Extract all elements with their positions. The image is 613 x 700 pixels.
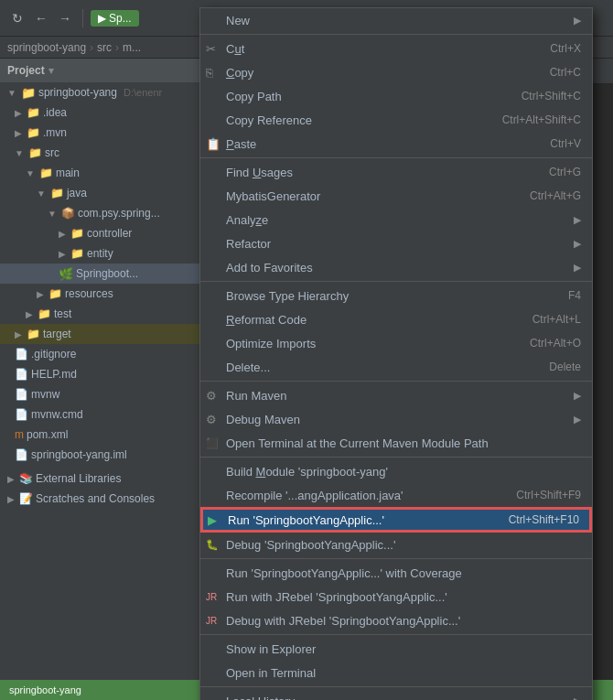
tree-iml[interactable]: 📄 springboot-yang.iml — [0, 445, 201, 465]
refactor-arrow-icon: ▶ — [574, 238, 581, 250]
menu-item-delete[interactable]: Delete... Delete — [200, 355, 592, 379]
tree-springboot-file[interactable]: 🌿 Springboot... — [0, 264, 201, 284]
debug-maven-arrow-icon: ▶ — [574, 414, 581, 425]
history-arrow-icon: ▶ — [574, 695, 581, 701]
menu-item-new[interactable]: New ▶ — [200, 8, 592, 32]
tree-external-libs[interactable]: ▶ 📚 External Libraries — [0, 468, 201, 489]
gitignore-icon: 📄 — [15, 348, 28, 361]
back-icon[interactable]: ← — [31, 8, 51, 28]
menu-sep-5 — [200, 457, 592, 458]
tree-src[interactable]: ▼ 📁 src — [0, 143, 201, 163]
tree-target[interactable]: ▶ 📁 target — [0, 324, 201, 344]
bc-sep1: › — [90, 41, 93, 54]
mybatis-shortcut: Ctrl+Alt+G — [530, 189, 581, 202]
menu-item-refactor[interactable]: Refactor ▶ — [200, 232, 592, 255]
mvn-arrow: ▶ — [15, 128, 22, 138]
menu-new-label: New — [226, 14, 570, 27]
menu-debug-jrebel-label: Debug with JRebel 'SpringbootYangApplic.… — [226, 614, 581, 628]
tree-gitignore[interactable]: 📄 .gitignore — [0, 344, 201, 364]
menu-item-copy-path[interactable]: Copy Path Ctrl+Shift+C — [200, 84, 592, 108]
tree-scratches[interactable]: ▶ 📝 Scratches and Consoles — [0, 489, 201, 509]
cut-shortcut: Ctrl+X — [550, 42, 581, 55]
menu-item-paste[interactable]: 📋 Paste Ctrl+V — [200, 132, 592, 156]
debug-app-icon: 🐛 — [206, 539, 219, 551]
menu-item-copy-ref[interactable]: Copy Reference Ctrl+Alt+Shift+C — [200, 108, 592, 132]
menu-item-recompile[interactable]: Recompile '...angApplication.java' Ctrl+… — [200, 483, 592, 507]
menu-item-build-module[interactable]: Build Module 'springboot-yang' — [200, 459, 592, 483]
helpmd-icon: 📄 — [15, 368, 28, 381]
mvnw-icon: 📄 — [15, 388, 28, 401]
project-dropdown-icon[interactable]: ▾ — [48, 65, 54, 77]
tree-mvnwcmd[interactable]: 📄 mvnw.cmd — [0, 404, 201, 425]
menu-item-find-usages[interactable]: Find Usages Ctrl+G — [200, 160, 592, 184]
pomxml-label: pom.xml — [27, 428, 68, 441]
menu-item-local-history[interactable]: Local History ▶ — [200, 689, 592, 700]
iml-label: springboot-yang.iml — [31, 448, 127, 461]
menu-item-reformat[interactable]: Reformat Code Ctrl+Alt+L — [200, 307, 592, 331]
scratch-label: Scratches and Consoles — [36, 492, 155, 505]
res-arrow: ▶ — [37, 289, 44, 299]
root-folder-icon: 📁 — [21, 86, 36, 100]
tree-helpmd[interactable]: 📄 HELP.md — [0, 364, 201, 384]
main-arrow: ▼ — [26, 168, 35, 178]
tree-root[interactable]: ▼ 📁 springboot-yang D:\enenr — [0, 82, 201, 102]
menu-item-mybatis[interactable]: MybatisGenerator Ctrl+Alt+G — [200, 184, 592, 208]
tree-idea[interactable]: ▶ 📁 .idea — [0, 102, 201, 123]
bc-project[interactable]: springboot-yang — [7, 41, 86, 54]
find-shortcut: Ctrl+G — [549, 166, 581, 178]
bc-main[interactable]: m... — [123, 41, 141, 54]
menu-item-debug-app[interactable]: 🐛 Debug 'SpringbootYangApplic...' — [200, 533, 592, 556]
copy-shortcut: Ctrl+C — [550, 66, 581, 79]
forward-icon[interactable]: → — [55, 8, 75, 28]
menu-item-add-favs[interactable]: Add to Favorites ▶ — [200, 255, 592, 279]
tree-pomxml[interactable]: m pom.xml — [0, 425, 201, 445]
ctrl-label: controller — [87, 227, 132, 240]
menu-item-copy[interactable]: ⎘ Copy Ctrl+C — [200, 60, 592, 84]
menu-sep-3 — [200, 281, 592, 282]
mvnwcmd-icon: 📄 — [15, 408, 28, 421]
menu-item-debug-jrebel[interactable]: JR Debug with JRebel 'SpringbootYangAppl… — [200, 608, 592, 632]
cut-icon: ✂ — [206, 42, 216, 56]
menu-item-debug-maven[interactable]: ⚙ Debug Maven ▶ — [200, 407, 592, 431]
menu-item-open-terminal2[interactable]: Open in Terminal — [200, 661, 592, 684]
spring-file-icon: 🌿 — [59, 267, 73, 281]
pomxml-icon: m — [15, 428, 24, 441]
tree-controller[interactable]: ▶ 📁 controller — [0, 223, 201, 243]
test-label: test — [54, 307, 71, 320]
refresh-icon[interactable]: ↻ — [7, 8, 27, 28]
tree-java[interactable]: ▼ 📁 java — [0, 183, 201, 203]
spring-file-label: Springboot... — [76, 267, 138, 280]
menu-item-run-app[interactable]: ▶ Run 'SpringbootYangApplic...' Ctrl+Shi… — [200, 507, 592, 533]
tree-package[interactable]: ▼ 📦 com.psy.spring... — [0, 203, 201, 223]
menu-item-run-jrebel[interactable]: JR Run with JRebel 'SpringbootYangApplic… — [200, 585, 592, 608]
menu-optimize-label: Optimize Imports — [226, 337, 526, 350]
menu-item-run-maven[interactable]: ⚙ Run Maven ▶ — [200, 383, 592, 407]
tree-mvnw[interactable]: 📄 mvnw — [0, 384, 201, 404]
menu-item-browse-hierarchy[interactable]: Browse Type Hierarchy F4 — [200, 284, 592, 307]
tree-main[interactable]: ▼ 📁 main — [0, 163, 201, 183]
root-label: springboot-yang — [38, 86, 117, 99]
tree-entity[interactable]: ▶ 📁 entity — [0, 243, 201, 264]
iml-icon: 📄 — [15, 448, 28, 461]
src-arrow: ▼ — [15, 148, 24, 158]
bc-src[interactable]: src — [97, 41, 112, 54]
run-button[interactable]: ▶ Sp... — [91, 10, 139, 27]
jrebel-icon: JR — [206, 592, 217, 602]
menu-debug-app-label: Debug 'SpringbootYangApplic...' — [226, 538, 581, 552]
root-path: D:\enenr — [124, 87, 162, 98]
menu-delete-label: Delete... — [226, 361, 545, 374]
menu-item-open-terminal[interactable]: ⬛ Open Terminal at the Current Maven Mod… — [200, 431, 592, 455]
pkg-arrow: ▼ — [48, 209, 57, 219]
menu-run-app-label: Run 'SpringbootYangApplic...' — [228, 513, 505, 527]
menu-item-optimize[interactable]: Optimize Imports Ctrl+Alt+O — [200, 331, 592, 355]
tree-test[interactable]: ▶ 📁 test — [0, 304, 201, 324]
menu-item-analyze[interactable]: Analyze ▶ — [200, 208, 592, 232]
gitignore-label: .gitignore — [31, 348, 76, 361]
project-panel: Project ▾ ▼ 📁 springboot-yang D:\enenr ▶… — [0, 59, 201, 700]
tree-mvn[interactable]: ▶ 📁 .mvn — [0, 123, 201, 143]
menu-item-cut[interactable]: ✂ Cut Ctrl+X — [200, 37, 592, 60]
tree-resources[interactable]: ▶ 📁 resources — [0, 284, 201, 304]
menu-debug-maven-label: Debug Maven — [226, 413, 570, 426]
menu-item-run-coverage[interactable]: Run 'SpringbootYangApplic...' with Cover… — [200, 561, 592, 585]
menu-item-show-explorer[interactable]: Show in Explorer — [200, 637, 592, 661]
